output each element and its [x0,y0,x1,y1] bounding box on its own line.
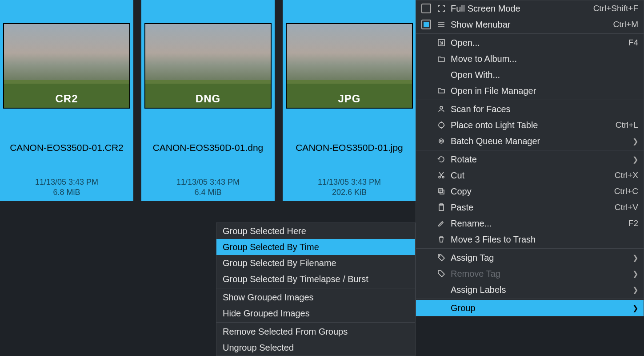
menu-separator [416,150,644,150]
svg-rect-17 [440,190,444,194]
submenu-show-grouped[interactable]: Show Grouped Images [216,289,415,305]
chevron-right-icon: ❯ [632,286,638,294]
menu-separator [416,299,644,299]
menu-fullscreen[interactable]: Full Screen ModeCtrl+Shift+F [416,0,644,16]
svg-rect-16 [439,189,443,193]
rotate-icon [436,155,447,163]
menu-show-menubar[interactable]: Show MenubarCtrl+M [416,16,644,32]
chevron-right-icon: ❯ [632,254,638,262]
thumb-jpg[interactable]: JPG CANON-EOS350D-01.jpg 11/13/05 3:43 P… [283,0,416,201]
thumbnail-grid: CR2 CANON-EOS350D-01.CR2 11/13/05 3:43 P… [0,0,416,201]
fullscreen-icon [436,4,447,12]
svg-rect-3 [145,24,271,82]
thumb-dng[interactable]: DNG CANON-EOS350D-01.dng 11/13/05 3:43 P… [141,0,275,201]
submenu-group-by-timelapse[interactable]: Group Selected By Timelapse / Burst [216,271,415,287]
format-badge: CR2 [4,93,129,105]
menu-separator [416,33,644,34]
svg-point-10 [440,106,443,109]
svg-rect-0 [4,24,129,82]
menu-separator [416,248,644,249]
menu-separator [216,322,415,323]
svg-point-12 [439,139,444,143]
chevron-right-icon: ❯ [632,304,638,312]
thumb-cr2[interactable]: CR2 CANON-EOS350D-01.CR2 11/13/05 3:43 P… [0,0,133,201]
submenu-group-by-filename[interactable]: Group Selected By Filename [216,255,415,271]
menu-open-with[interactable]: Open With... [416,67,644,83]
checkbox-on-icon [421,20,431,29]
trash-icon [436,235,447,243]
tag-icon [436,254,447,262]
menu-group[interactable]: Group❯ [416,300,644,316]
menu-trash[interactable]: Move 3 Files to Trash [416,231,644,247]
svg-rect-18 [439,205,444,210]
svg-point-13 [440,140,442,142]
menu-rename[interactable]: Rename...F2 [416,215,644,231]
copy-icon [436,187,447,195]
menu-remove-tag: Remove Tag❯ [416,266,644,282]
menu-scan-faces[interactable]: Scan for Faces [416,101,644,117]
submenu-group-here[interactable]: Group Selected Here [216,223,415,239]
folder-move-icon [436,55,447,63]
submenu-ungroup[interactable]: Ungroup Selected [216,340,415,356]
thumb-image-frame: DNG [144,23,272,109]
menu-paste[interactable]: PasteCtrl+V [416,199,644,215]
context-menu: Full Screen ModeCtrl+Shift+F Show Menuba… [416,0,644,316]
svg-rect-8 [287,80,412,84]
batch-icon [436,137,447,145]
svg-point-15 [442,176,444,178]
file-meta: 11/13/05 3:43 PM6.4 MiB [176,177,240,197]
svg-rect-5 [145,80,271,84]
file-meta: 11/13/05 3:43 PM6.8 MiB [35,177,98,197]
submenu-hide-grouped[interactable]: Hide Grouped Images [216,305,415,321]
menubar-icon [436,20,447,28]
menu-light-table[interactable]: Place onto Light TableCtrl+L [416,117,644,133]
filename: CANON-EOS350D-01.dng [153,142,264,153]
menu-assign-tag[interactable]: Assign Tag❯ [416,250,644,266]
submenu-group-by-time[interactable]: Group Selected By Time [216,239,415,255]
menu-open-file-manager[interactable]: Open in File Manager [416,83,644,99]
format-badge: JPG [287,93,412,105]
thumb-image-frame: JPG [286,23,413,109]
svg-point-14 [439,176,440,178]
paste-icon [436,203,447,211]
menu-assign-labels[interactable]: Assign Labels❯ [416,282,644,298]
menu-move-album[interactable]: Move to Album... [416,51,644,67]
group-submenu: Group Selected Here Group Selected By Ti… [216,222,416,356]
tag-remove-icon [436,270,447,278]
format-badge: DNG [145,93,271,105]
svg-point-11 [439,122,444,128]
menu-separator [216,288,415,288]
menu-separator [416,100,644,100]
submenu-remove-from-groups[interactable]: Remove Selected From Groups [216,324,415,340]
cut-icon [436,171,447,179]
menu-cut[interactable]: CutCtrl+X [416,167,644,183]
face-icon [436,105,447,113]
menu-batch-queue[interactable]: Batch Queue Manager❯ [416,133,644,149]
menu-rotate[interactable]: Rotate❯ [416,151,644,167]
light-table-icon [436,121,447,129]
file-manager-icon [436,87,447,95]
filename: CANON-EOS350D-01.jpg [296,142,403,153]
file-meta: 11/13/05 3:43 PM202.6 KiB [318,177,381,197]
open-icon [436,39,447,47]
svg-rect-6 [287,24,412,82]
chevron-right-icon: ❯ [632,137,638,146]
menu-open[interactable]: Open...F4 [416,35,644,51]
svg-point-20 [439,255,440,256]
svg-rect-2 [4,80,129,84]
chevron-right-icon: ❯ [632,270,638,278]
chevron-right-icon: ❯ [632,155,638,164]
checkbox-off-icon [421,4,431,13]
filename: CANON-EOS350D-01.CR2 [10,142,124,153]
menu-copy[interactable]: CopyCtrl+C [416,183,644,199]
thumb-image-frame: CR2 [3,23,130,109]
rename-icon [436,219,447,227]
